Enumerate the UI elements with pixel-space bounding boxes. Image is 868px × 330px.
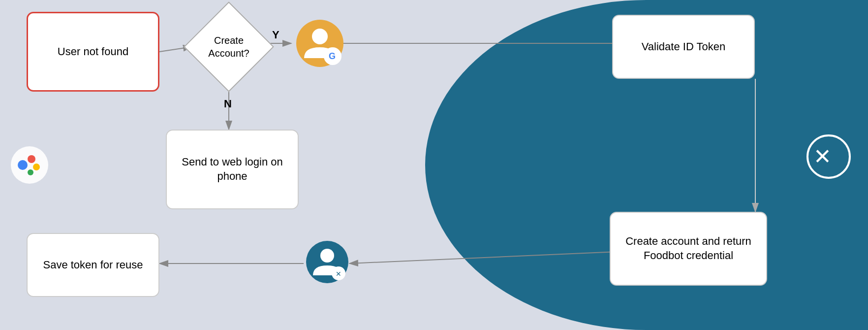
foodbot-user-icon: ✕ [305, 240, 349, 284]
no-label: N [224, 98, 232, 110]
svg-point-18 [18, 160, 28, 170]
create-account-diamond: CreateAccount? [192, 10, 266, 84]
yes-label: Y [272, 29, 279, 41]
save-token-node: Save token for reuse [27, 233, 159, 297]
svg-point-17 [11, 146, 48, 184]
svg-point-14 [320, 249, 334, 263]
foodbot-right-icon: ✕ [806, 134, 851, 179]
create-account-node: Create account and return Foodbot creden… [610, 212, 767, 286]
send-web-login-node: Send to web login on phone [166, 130, 299, 209]
svg-text:✕: ✕ [336, 270, 341, 278]
svg-point-19 [28, 155, 35, 163]
diamond-label: CreateAccount? [192, 10, 266, 84]
svg-point-20 [33, 164, 40, 170]
svg-text:✕: ✕ [813, 144, 832, 168]
svg-point-21 [28, 169, 33, 175]
google-assistant-icon [10, 145, 49, 185]
svg-point-10 [312, 29, 328, 44]
user-not-found-node: User not found [27, 12, 159, 92]
svg-text:G: G [329, 51, 336, 61]
google-account-icon: G [295, 19, 344, 68]
validate-id-token-node: Validate ID Token [612, 15, 755, 79]
